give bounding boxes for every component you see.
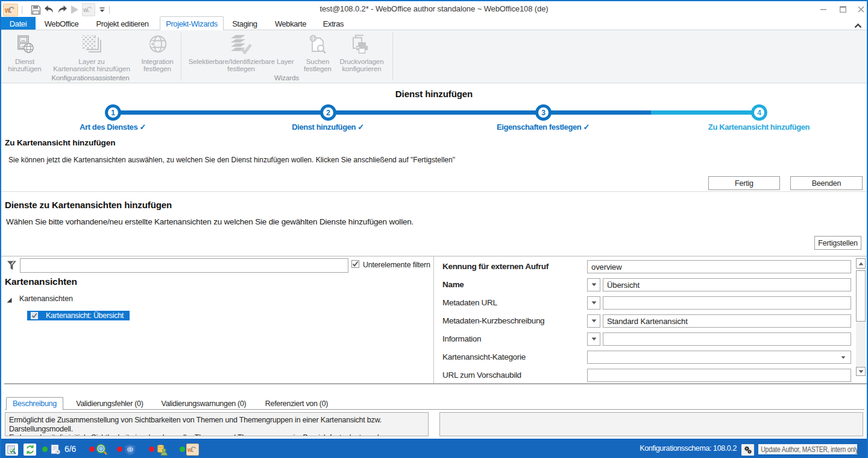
tab-beschreibung[interactable]: Beschreibung xyxy=(6,397,63,410)
form-input[interactable] xyxy=(603,332,851,346)
weboffice-icon[interactable]: w xyxy=(186,444,199,456)
scrollbar-down-icon[interactable] xyxy=(856,367,866,376)
status-dot-red xyxy=(89,447,95,452)
left-panel-heading: Kartenansichten xyxy=(5,276,77,287)
tab-staging[interactable]: Staging xyxy=(226,17,263,30)
form-input[interactable]: Übersicht xyxy=(603,278,851,291)
layer-to-mapview-icon xyxy=(81,34,102,57)
window-title: test@108.0.2* - WebOffice author standal… xyxy=(253,4,615,13)
user-db-icon[interactable] xyxy=(156,444,168,456)
form-input[interactable] xyxy=(587,369,851,382)
scrollbar-thumb[interactable] xyxy=(856,270,866,322)
wizard-section-heading: Zu Kartenansicht hinzufügen xyxy=(5,138,115,147)
save-icon[interactable] xyxy=(30,3,42,16)
dropdown-button[interactable] xyxy=(587,278,600,291)
description-line: Ermöglicht die Zusammenstellung von Sich… xyxy=(9,416,424,425)
ribbon-button-druckvorlagen[interactable]: Druckvorlagen konfigurieren xyxy=(338,33,386,81)
ribbon-button-layer-zu-kartenansicht[interactable]: Layer zu Kartenansicht hinzufügen xyxy=(49,33,134,81)
ribbon-tab-row: Datei WebOffice Projekt editieren Stagin… xyxy=(0,17,868,30)
scrollbar-up-icon[interactable] xyxy=(856,258,866,269)
form-value: overview xyxy=(591,262,622,272)
form-label: Name xyxy=(442,280,464,289)
form-value: Standard Kartenansicht xyxy=(607,317,688,326)
service-add-icon xyxy=(14,34,35,57)
close-button[interactable] xyxy=(852,4,868,14)
details-box xyxy=(439,412,863,436)
form-input[interactable]: overview xyxy=(587,260,851,273)
project-icon[interactable] xyxy=(49,444,61,456)
panel-divider xyxy=(433,256,434,383)
qat-separator xyxy=(109,6,110,14)
selectable-layers-icon xyxy=(230,34,253,57)
tab-weboffice[interactable]: WebOffice xyxy=(41,17,82,30)
form-label: Kennung für externen Aufruf xyxy=(442,262,549,271)
window-border-top xyxy=(0,0,868,1)
step-2-label: Dienst hinzufügen ✓ xyxy=(237,122,418,132)
qat-separator xyxy=(22,6,22,14)
filter-checkbox[interactable] xyxy=(351,260,359,268)
tab-projekt-wizards[interactable]: Projekt-Wizards xyxy=(160,17,224,30)
filter-icon xyxy=(7,260,17,273)
tab-referenziert-von[interactable]: Referenziert von (0) xyxy=(259,397,334,410)
tab-projekt-editieren[interactable]: Projekt editieren xyxy=(89,17,156,30)
update-badge[interactable]: Update Author, MASTER, intern only xyxy=(758,444,857,454)
tab-webkarte[interactable]: Webkarte xyxy=(271,17,310,30)
status-dot-green xyxy=(180,447,185,452)
tab-datei[interactable]: Datei xyxy=(1,17,36,30)
filter-input[interactable] xyxy=(20,258,348,273)
fertigstellen-button[interactable]: Fertigstellen xyxy=(814,236,861,250)
beenden-button[interactable]: Beenden xyxy=(790,176,863,190)
tree-row-selected[interactable]: Kartenansicht: Übersicht xyxy=(27,311,130,320)
ribbon-button-label: Druckvorlagen konfigurieren xyxy=(338,58,386,72)
tab-validierungswarnungen[interactable]: Validierungswarnungen (0) xyxy=(159,397,248,410)
dropdown-button[interactable] xyxy=(587,296,600,310)
wo-disabled-icon[interactable]: w xyxy=(82,3,95,16)
dropdown-button[interactable] xyxy=(587,314,600,328)
ribbon-group-separator xyxy=(392,33,393,80)
play-icon[interactable] xyxy=(69,3,81,16)
integration-icon xyxy=(147,34,168,57)
tab-validierungsfehler[interactable]: Validierungsfehler (0) xyxy=(72,397,147,410)
maximize-button[interactable] xyxy=(834,4,851,14)
more-commands-icon[interactable] xyxy=(97,3,107,16)
step-4-label: Zu Kartenansicht hinzufügen xyxy=(668,122,849,132)
ribbon-button-suchen-festlegen[interactable]: Suchen festlegen xyxy=(299,33,336,81)
search-service-icon[interactable] xyxy=(95,444,108,456)
minimize-button[interactable] xyxy=(815,4,832,14)
filter-checkbox-label[interactable]: Unterelemente filtern xyxy=(363,261,430,269)
wizard-title: Dienst hinzufügen xyxy=(1,89,867,99)
tree-root-label[interactable]: Kartenansichten xyxy=(19,294,73,303)
ribbon-group-label: Wizards xyxy=(186,74,388,81)
globe-shield-icon[interactable] xyxy=(124,444,136,456)
dropdown-button[interactable] xyxy=(587,332,600,346)
form-input[interactable] xyxy=(603,296,851,310)
undo-icon[interactable] xyxy=(43,3,55,16)
wizard-panel: Dienst hinzufügen 1 2 3 4 Art des Dienst… xyxy=(1,84,867,191)
search-define-icon xyxy=(307,34,328,57)
ribbon-button-integration-festlegen[interactable]: Integration festlegen xyxy=(136,33,178,81)
fertig-button[interactable]: Fertig xyxy=(708,176,780,190)
ribbon: Dienst hinzufügen Layer zu Kartenansicht… xyxy=(0,30,868,83)
step-1-label: Art des Dienstes ✓ xyxy=(22,122,203,132)
form-select[interactable] xyxy=(587,351,851,364)
combo-arrow-icon xyxy=(841,356,846,359)
tree-expander-icon[interactable] xyxy=(6,295,13,306)
form-input[interactable]: Standard Kartenansicht xyxy=(603,314,851,328)
ribbon-button-selektierbare-layer[interactable]: Selektierbare/Identifizierbare Layer fes… xyxy=(186,33,297,81)
bottom-panel: Beschreibung Validierungsfehler (0) Vali… xyxy=(1,384,867,439)
wizard-section-text: Sie können jetzt die Kartenansichten aus… xyxy=(8,156,455,164)
sync-icon[interactable] xyxy=(24,444,36,456)
collapse-ribbon-icon[interactable] xyxy=(854,20,865,28)
app-logo-icon[interactable]: w xyxy=(3,4,18,16)
ribbon-button-dienst-hinzufuegen[interactable]: Dienst hinzufügen xyxy=(5,33,45,81)
description-line: Darstellungsmodell. xyxy=(9,425,424,434)
redo-icon[interactable] xyxy=(56,3,69,16)
tree-row-checkbox[interactable] xyxy=(31,312,38,319)
status-dot-green xyxy=(42,447,48,452)
mid-text: Wählen Sie bitte vorhandene/neu erstellt… xyxy=(6,217,414,226)
titlebar: w w test@108.0.2* - WebO xyxy=(0,1,868,17)
form-label: Kartenansicht-Kategorie xyxy=(442,352,526,361)
notes-icon[interactable] xyxy=(5,444,18,456)
settings-gears-icon[interactable] xyxy=(741,444,754,456)
tab-extras[interactable]: Extras xyxy=(318,17,348,30)
